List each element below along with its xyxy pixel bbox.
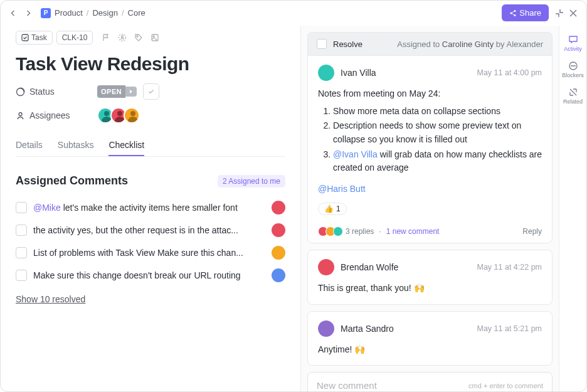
task-icon (21, 34, 29, 41)
sidebar-label: Blockers (562, 72, 584, 78)
svg-point-0 (514, 10, 516, 12)
task-type-label: Task (31, 33, 47, 42)
reply-avatars[interactable] (318, 226, 341, 236)
task-type-button[interactable]: Task (16, 31, 53, 45)
comment-row[interactable]: @Mike let's make the activity items here… (16, 196, 285, 219)
mention[interactable]: @Mike (33, 203, 63, 213)
composer-hint: cmd + enter to comment (468, 382, 543, 389)
forward-icon[interactable] (24, 9, 32, 17)
blockers-icon (568, 61, 578, 71)
list-item: @Ivan Villa will grab data on how many c… (333, 148, 542, 175)
status-value-chip[interactable]: OPEN (97, 85, 137, 98)
breadcrumb[interactable]: P Product / Design / Core (41, 8, 145, 18)
list-item: Show more meta data on collapse sections (333, 105, 542, 119)
complete-checkbox[interactable] (143, 83, 159, 100)
svg-rect-3 (22, 34, 28, 41)
reaction-button[interactable]: 👍 1 (318, 203, 347, 215)
back-icon[interactable] (9, 9, 17, 17)
comment-row[interactable]: the activity yes, but the other request … (16, 219, 285, 241)
composer-placeholder: New comment (317, 380, 377, 391)
image-icon[interactable] (151, 33, 159, 42)
crumb-core[interactable]: Core (128, 8, 145, 18)
avatar[interactable] (272, 201, 285, 215)
activity-author[interactable]: Ivan Villa (341, 68, 376, 78)
new-comment-input[interactable]: New comment cmd + enter to comment (307, 372, 553, 392)
avatar[interactable] (318, 259, 334, 275)
avatar[interactable] (272, 268, 285, 282)
task-title[interactable]: Task View Redesign (16, 53, 285, 75)
activity-author[interactable]: Marta Sandro (341, 324, 394, 334)
mention[interactable]: @Haris Butt (318, 183, 366, 196)
resolve-label[interactable]: Resolve (333, 40, 362, 49)
avatar[interactable] (124, 107, 140, 124)
comment-checkbox[interactable] (16, 202, 27, 213)
svg-point-10 (19, 112, 22, 115)
avatar[interactable] (272, 223, 285, 237)
crumb-design[interactable]: Design (92, 8, 117, 18)
svg-point-15 (130, 111, 135, 116)
task-id-label: CLK-10 (62, 33, 88, 42)
sidebar-label: Activity (564, 46, 582, 52)
reaction-count: 1 (336, 204, 341, 213)
sidebar-item-blockers[interactable]: Blockers (559, 57, 586, 82)
tab-subtasks[interactable]: Subtasks (58, 135, 94, 156)
comment-text[interactable]: the activity yes, but the other request … (33, 225, 265, 235)
crumb-product[interactable]: Product (55, 8, 83, 18)
assignees-label: Assignees (29, 110, 70, 120)
person-icon (16, 111, 25, 120)
assigned-to-text: Assigned to Caroline Ginty by Alexander (397, 40, 543, 49)
comment-checkbox[interactable] (16, 247, 27, 258)
show-resolved-link[interactable]: Show 10 resolved (16, 294, 285, 304)
avatar[interactable] (318, 320, 334, 337)
activity-intro: Notes from meeting on May 24: (318, 87, 542, 101)
assignees-avatars[interactable] (97, 107, 137, 124)
comment-text[interactable]: Make sure this change doesn't break our … (33, 270, 265, 280)
comment-text[interactable]: List of problems with Task View Make sur… (33, 248, 265, 258)
reply-button[interactable]: Reply (522, 227, 542, 236)
avatar[interactable] (272, 246, 285, 260)
svg-point-6 (137, 36, 138, 37)
new-comment-count[interactable]: 1 new comment (386, 227, 440, 236)
task-id-button[interactable]: CLK-10 (56, 31, 93, 45)
assigned-comments-title: Assigned Comments (16, 174, 128, 188)
sep: / (87, 8, 89, 18)
assignee-icon[interactable] (118, 33, 127, 42)
status-label: Status (29, 87, 55, 97)
svg-point-1 (510, 12, 512, 14)
mention[interactable]: @Ivan Villa (333, 149, 378, 159)
comment-row[interactable]: Make sure this change doesn't break our … (16, 264, 285, 287)
project-icon: P (41, 8, 51, 18)
close-icon[interactable] (569, 9, 578, 18)
replies-count[interactable]: 3 replies (346, 227, 374, 236)
tag-icon[interactable] (134, 33, 143, 42)
tab-details[interactable]: Details (16, 135, 43, 156)
assigned-to-me-badge[interactable]: 2 Assigned to me (218, 175, 285, 188)
tab-checklist[interactable]: Checklist (108, 135, 144, 156)
share-icon (509, 9, 517, 17)
sidebar-item-activity[interactable]: Activity (559, 31, 586, 56)
comment-checkbox[interactable] (16, 225, 27, 236)
activity-body: This is great, thank you! 🙌 (318, 282, 542, 295)
resolve-checkbox[interactable] (317, 39, 327, 49)
avatar[interactable] (318, 65, 334, 81)
svg-point-13 (117, 111, 122, 116)
sidebar-label: Related (563, 98, 583, 105)
comment-row[interactable]: List of problems with Task View Make sur… (16, 241, 285, 264)
sep: / (122, 8, 124, 18)
share-button[interactable]: Share (502, 4, 549, 21)
activity-time: May 11 at 4:00 pm (477, 68, 542, 77)
sidebar-item-related[interactable]: Related (559, 83, 586, 109)
activity-author[interactable]: Brendan Wolfe (341, 262, 398, 272)
svg-point-8 (153, 36, 154, 37)
status-value: OPEN (97, 85, 125, 98)
comment-text[interactable]: @Mike let's make the activity items here… (33, 203, 265, 213)
share-label: Share (519, 8, 541, 18)
status-next-icon[interactable] (125, 87, 137, 97)
activity-time: May 11 at 5:21 pm (477, 324, 542, 333)
minimize-icon[interactable] (555, 9, 564, 18)
comment-checkbox[interactable] (16, 270, 27, 281)
svg-point-16 (128, 117, 138, 124)
flag-icon[interactable] (102, 33, 110, 42)
list-item: Description needs to show some preview t… (333, 119, 542, 146)
svg-point-5 (122, 36, 124, 38)
